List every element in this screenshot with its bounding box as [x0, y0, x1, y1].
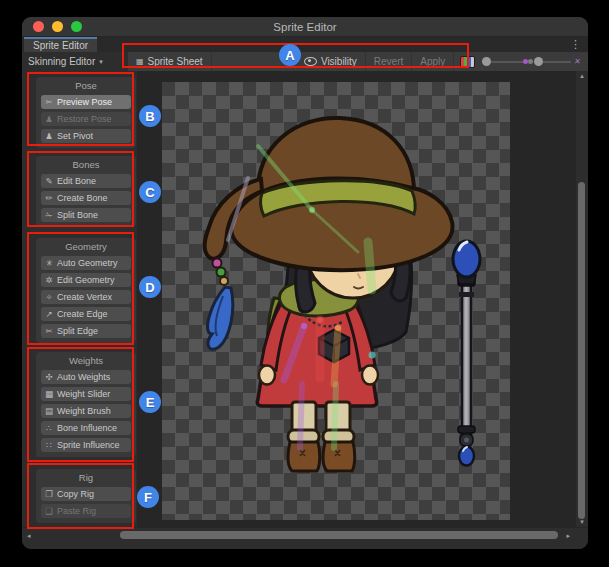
character-artwork	[205, 118, 453, 471]
sprite-canvas[interactable]	[137, 71, 575, 527]
apply-label: Apply	[420, 56, 445, 67]
rig-panel: Rig ❐ Copy Rig ❑ Paste Rig	[36, 469, 136, 523]
weight-opacity-slider-handle[interactable]	[534, 57, 543, 66]
minimize-window-button[interactable]	[52, 21, 63, 32]
copy-rig-button[interactable]: ❐ Copy Rig	[41, 487, 131, 501]
create-bone-button[interactable]: ✏ Create Bone	[41, 191, 131, 205]
sprite-opacity-slider-handle[interactable]	[482, 57, 491, 66]
panel-title: Rig	[36, 471, 136, 484]
weight-brush-button[interactable]: ▤ Weight Brush	[41, 404, 131, 418]
sprite-sheet-icon: ▦	[136, 57, 144, 66]
toolbar: Skinning Editor ▾ ▦ Sprite Sheet Visibil…	[22, 52, 588, 71]
button-label: Weight Brush	[57, 406, 111, 416]
edit-bone-button[interactable]: ✎ Edit Bone	[41, 174, 131, 188]
button-label: Restore Pose	[57, 114, 112, 124]
tab-sprite-editor[interactable]: Sprite Editor	[24, 37, 97, 52]
button-label: Auto Weights	[57, 372, 110, 382]
button-label: Weight Slider	[57, 389, 110, 399]
panel-title: Geometry	[36, 240, 136, 253]
restore-pose-icon: ♟	[44, 114, 54, 124]
paste-rig-icon: ❑	[44, 506, 54, 516]
panel-title: Weights	[36, 354, 136, 367]
visibility-label: Visibility	[321, 56, 357, 67]
revert-button[interactable]: Revert	[366, 52, 412, 71]
create-vertex-button[interactable]: ✧ Create Vertex	[41, 290, 131, 304]
scroll-down-icon[interactable]: ▾	[576, 518, 588, 526]
editor-mode-dropdown[interactable]: Skinning Editor ▾	[22, 52, 128, 71]
toolbar-strip: ▦ Sprite Sheet Visibility Revert Apply	[128, 52, 588, 71]
zoom-window-button[interactable]	[71, 21, 82, 32]
weight-overlay-icon	[523, 57, 534, 66]
overlay-end-icon: ✕	[573, 57, 582, 66]
create-vertex-icon: ✧	[44, 292, 54, 302]
button-label: Edit Bone	[57, 176, 96, 186]
button-label: Create Edge	[57, 309, 108, 319]
bone-influence-button[interactable]: ∴ Bone Influence	[41, 421, 131, 435]
create-edge-icon: ↗	[44, 309, 54, 319]
preview-pose-icon: ✂	[44, 97, 54, 107]
sprite-editor-window: Sprite Editor Sprite Editor ⋮ Skinning E…	[22, 17, 588, 549]
horizontal-scrollbar[interactable]: ◂ ▸	[22, 527, 588, 543]
button-label: Split Bone	[57, 210, 98, 220]
copy-rig-icon: ❐	[44, 489, 54, 499]
visibility-button[interactable]: Visibility	[296, 52, 366, 71]
button-label: Set Pivot	[57, 131, 93, 141]
auto-weights-icon: ✣	[44, 372, 54, 382]
auto-geometry-icon: ✳	[44, 258, 54, 268]
split-bone-icon: ✁	[44, 210, 54, 220]
eye-icon	[304, 57, 317, 66]
create-bone-icon: ✏	[44, 193, 54, 203]
main-area: Pose ✂ Preview Pose ♟ Restore Pose ♟ Set…	[22, 71, 588, 527]
tool-sidebar: Pose ✂ Preview Pose ♟ Restore Pose ♟ Set…	[22, 71, 137, 527]
sprite-sheet-label: Sprite Sheet	[148, 56, 203, 67]
button-label: Preview Pose	[57, 97, 112, 107]
traffic-lights	[33, 21, 82, 32]
scroll-left-icon[interactable]: ◂	[27, 528, 31, 543]
auto-weights-button[interactable]: ✣ Auto Weights	[41, 370, 131, 384]
sprite-influence-icon: ∷	[44, 440, 54, 450]
split-edge-button[interactable]: ✂ Split Edge	[41, 324, 131, 338]
character-sprite[interactable]	[162, 82, 510, 520]
color-overlay-toggle-icon[interactable]	[460, 56, 475, 68]
overlay-slider-zone: ✕	[454, 52, 588, 71]
create-edge-button[interactable]: ↗ Create Edge	[41, 307, 131, 321]
slider-track[interactable]	[491, 61, 523, 63]
split-bone-button[interactable]: ✁ Split Bone	[41, 208, 131, 222]
apply-button[interactable]: Apply	[412, 52, 454, 71]
paste-rig-button[interactable]: ❑ Paste Rig	[41, 504, 131, 518]
toolbar-spacer	[212, 52, 296, 71]
button-label: Create Bone	[57, 193, 108, 203]
edit-bone-icon: ✎	[44, 176, 54, 186]
scroll-right-icon[interactable]: ▸	[566, 528, 570, 543]
preview-pose-button[interactable]: ✂ Preview Pose	[41, 95, 131, 109]
weight-slider-button[interactable]: ▦ Weight Slider	[41, 387, 131, 401]
edit-geometry-icon: ✲	[44, 275, 54, 285]
vertical-scrollbar[interactable]: ▴ ▾	[575, 71, 588, 527]
weight-brush-icon: ▤	[44, 406, 54, 416]
bone-influence-icon: ∴	[44, 423, 54, 433]
auto-geometry-button[interactable]: ✳ Auto Geometry	[41, 256, 131, 270]
panel-title: Pose	[36, 79, 136, 92]
geometry-panel: Geometry ✳ Auto Geometry ✲ Edit Geometry…	[36, 238, 136, 343]
edit-geometry-button[interactable]: ✲ Edit Geometry	[41, 273, 131, 287]
slider-track[interactable]	[543, 61, 571, 63]
sprite-sheet-button[interactable]: ▦ Sprite Sheet	[128, 52, 212, 71]
sprite-influence-button[interactable]: ∷ Sprite Influence	[41, 438, 131, 452]
scroll-up-icon[interactable]: ▴	[576, 72, 588, 80]
pose-panel: Pose ✂ Preview Pose ♟ Restore Pose ♟ Set…	[36, 77, 136, 148]
close-window-button[interactable]	[33, 21, 44, 32]
button-label: Paste Rig	[57, 506, 96, 516]
button-label: Copy Rig	[57, 489, 94, 499]
set-pivot-button[interactable]: ♟ Set Pivot	[41, 129, 131, 143]
button-label: Create Vertex	[57, 292, 112, 302]
horizontal-scrollbar-thumb[interactable]	[120, 531, 558, 539]
vertical-scrollbar-thumb[interactable]	[578, 182, 585, 519]
weight-slider-icon: ▦	[44, 389, 54, 399]
editor-mode-label: Skinning Editor	[28, 56, 95, 67]
restore-pose-button[interactable]: ♟ Restore Pose	[41, 112, 131, 126]
panel-title: Bones	[36, 158, 136, 171]
set-pivot-icon: ♟	[44, 131, 54, 141]
staff-sprite[interactable]	[453, 241, 480, 466]
split-edge-icon: ✂	[44, 326, 54, 336]
kebab-menu-icon[interactable]: ⋮	[570, 37, 581, 52]
